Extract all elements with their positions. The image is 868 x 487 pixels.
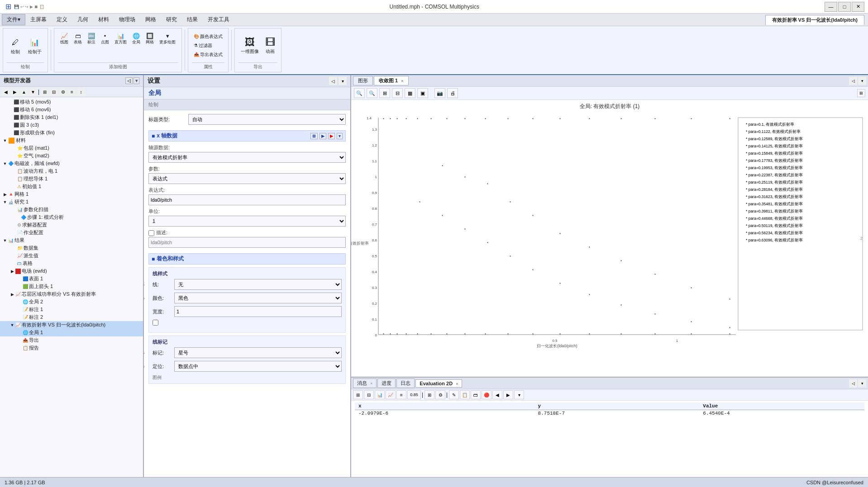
- ribbon-btn-animation[interactable]: 🎞 动画: [263, 35, 277, 56]
- tree-filter-btn[interactable]: ≡: [68, 88, 76, 96]
- console-btn3[interactable]: 📊: [375, 390, 385, 399]
- menu-devtools[interactable]: 开发工具: [203, 14, 234, 25]
- tab-figure[interactable]: 图形: [353, 76, 373, 85]
- menu-results[interactable]: 结果: [182, 14, 203, 25]
- console-collapse-btn[interactable]: ▾: [858, 379, 866, 388]
- menu-geometry[interactable]: 几何: [72, 14, 93, 25]
- ribbon-btn-histogram[interactable]: 📊 直方图: [112, 31, 129, 47]
- tree-item-efield[interactable]: ▶ 电场 (ewfd): [0, 267, 143, 275]
- x-axis-toolbar-btn2[interactable]: ▶: [320, 133, 326, 139]
- ribbon-btn-export-expr[interactable]: 📤 导出表达式: [192, 51, 224, 59]
- ribbon-btn-more-plots[interactable]: ▾ 更多绘图: [157, 31, 178, 47]
- console-btn10[interactable]: 🗃: [471, 390, 481, 399]
- tree-item-global1[interactable]: 🌐 全局 1: [0, 329, 143, 336]
- color-style-section-header[interactable]: ■ 着色和样式: [148, 253, 346, 265]
- collapse-all-btn[interactable]: ⊟: [50, 88, 58, 96]
- console-btn-085[interactable]: 0.85: [407, 390, 421, 399]
- tree-item-datasets[interactable]: 📁 数据集: [0, 244, 143, 252]
- graph-btn6[interactable]: ▣: [417, 88, 428, 98]
- ribbon-btn-filter[interactable]: ⚗ 过滤器: [192, 42, 224, 50]
- menu-study[interactable]: 研究: [161, 14, 182, 25]
- ribbon-btn-table[interactable]: 🗃 表格: [72, 31, 84, 47]
- tree-item-study1[interactable]: ▼ 🔬 研究 1: [0, 198, 143, 206]
- tree-item-global2[interactable]: 🌐 全局 2: [0, 298, 143, 306]
- menu-physics[interactable]: 物理场: [114, 14, 140, 25]
- tab-messages[interactable]: 消息 ×: [353, 378, 377, 388]
- tree-item-job-config[interactable]: 📄 作业配置: [0, 229, 143, 236]
- tree-item-mov5[interactable]: ⬛ 移动 5 (mov5): [0, 98, 143, 106]
- position-select[interactable]: 数据点中: [174, 361, 342, 372]
- nav-down-btn[interactable]: ▼: [29, 88, 37, 96]
- close-button[interactable]: ✕: [852, 2, 864, 12]
- tree-item-eri-plot[interactable]: ▼ 📈 有效折射率 VS 归一化波长(lda0/pitch): [0, 321, 143, 329]
- nav-up-btn[interactable]: ▲: [20, 88, 28, 96]
- ribbon-btn-annotation[interactable]: 🔤 标注: [85, 31, 98, 47]
- graph-panel-collapse[interactable]: ▾: [858, 77, 866, 85]
- nav-back-btn[interactable]: ◀: [2, 88, 10, 96]
- expression-input[interactable]: [148, 194, 346, 205]
- ribbon-btn-1d-image[interactable]: 🖼 一维图像: [238, 35, 261, 56]
- menu-materials[interactable]: 材料: [93, 14, 114, 25]
- desc-checkbox[interactable]: [148, 230, 154, 236]
- ribbon-btn-linegraph[interactable]: 📈 线图: [58, 31, 71, 47]
- tree-item-del1[interactable]: ⬛ 删除实体 1 (del1): [0, 113, 143, 121]
- panel-collapse-btn[interactable]: ▾: [134, 77, 139, 84]
- tree-item-c3[interactable]: ⬛ 圆 3 (c3): [0, 121, 143, 129]
- tree-item-mat2[interactable]: ⭐ 空气 (mat2): [0, 152, 143, 160]
- marker-select[interactable]: 星号: [174, 347, 342, 358]
- tree-item-annotation1[interactable]: 📝 标注 1: [0, 306, 143, 313]
- tree-item-arrow1[interactable]: 🟩 面上箭头 1: [0, 283, 143, 290]
- console-btn5[interactable]: ≡: [396, 390, 406, 399]
- tree-item-results[interactable]: ▼ 📊 结果: [0, 236, 143, 244]
- convergence-tab-close[interactable]: ×: [401, 79, 403, 83]
- tab-convergence[interactable]: 收敛图 1 ×: [374, 76, 409, 85]
- ribbon-btn-mesh[interactable]: 🔲 网格: [143, 31, 156, 47]
- x-axis-toolbar-btn4[interactable]: ▾: [337, 133, 343, 139]
- graph-panel-undock[interactable]: ◁: [849, 77, 857, 85]
- menu-mesh[interactable]: 网格: [140, 14, 161, 25]
- show-grid-btn[interactable]: ⊟: [392, 88, 403, 98]
- minimize-button[interactable]: —: [825, 2, 837, 12]
- console-btn4[interactable]: 📈: [386, 390, 396, 399]
- tree-item-ewfd[interactable]: ▼ 🔷 电磁波，频域 (ewfd): [0, 160, 143, 167]
- graph-btn5[interactable]: ▦: [405, 88, 415, 98]
- zoom-fit-btn[interactable]: 🔍: [354, 88, 365, 98]
- label-type-select[interactable]: 自动: [188, 114, 346, 125]
- extra-checkbox[interactable]: [153, 320, 158, 326]
- console-btn13[interactable]: ▶: [503, 390, 513, 399]
- tree-sort-btn[interactable]: ↕: [77, 88, 85, 96]
- nav-forward-btn[interactable]: ▶: [11, 88, 19, 96]
- console-btn2[interactable]: ⊟: [364, 390, 374, 399]
- ribbon-btn-draw[interactable]: 🖊 绘制: [7, 35, 24, 57]
- line-select[interactable]: 无: [174, 279, 342, 290]
- tab-progress[interactable]: 进度: [377, 378, 396, 388]
- tree-item-export[interactable]: 📤 导出: [0, 336, 143, 344]
- tree-item-materials[interactable]: ▼ 🟧 材料: [0, 137, 143, 144]
- tree-item-solver-config[interactable]: ⚙ 求解器配置: [0, 221, 143, 229]
- axis-source-select[interactable]: 有效模式折射率: [148, 152, 346, 163]
- tree-options-btn[interactable]: ⚙: [59, 88, 67, 96]
- settings-collapse-btn[interactable]: ▾: [339, 77, 347, 85]
- messages-close[interactable]: ×: [370, 381, 372, 386]
- console-btn7[interactable]: ⚙: [435, 390, 445, 399]
- width-input[interactable]: [174, 306, 342, 317]
- console-undock-btn[interactable]: ◁: [849, 379, 857, 388]
- console-btn12[interactable]: ◀: [492, 390, 502, 399]
- maximize-button[interactable]: □: [838, 2, 851, 12]
- tree-item-mov6[interactable]: ⬛ 移动 6 (mov6): [0, 106, 143, 113]
- zoom-region-btn[interactable]: ⊞: [379, 88, 390, 98]
- console-btn8[interactable]: ✎: [449, 390, 459, 399]
- tree-item-pec1[interactable]: 📋 理想导体 1: [0, 175, 143, 183]
- tree-item-derived[interactable]: 📈 派生值: [0, 252, 143, 260]
- console-btn14[interactable]: ▾: [514, 390, 524, 399]
- menu-file[interactable]: 文件▾: [2, 14, 25, 25]
- tree-item-power[interactable]: ▶ 📈 芯层区域功率积分 VS 有效折射率: [0, 290, 143, 298]
- expand-all-btn[interactable]: ⊞: [41, 88, 49, 96]
- camera-btn[interactable]: 📷: [434, 88, 445, 98]
- console-btn9[interactable]: 📋: [460, 390, 470, 399]
- tree-item-init1[interactable]: ⚠ 初始值 1: [0, 183, 143, 190]
- ribbon-btn-color-expr[interactable]: 🎨 颜色表达式: [192, 33, 224, 41]
- tab-log[interactable]: 日志: [396, 378, 415, 388]
- tree-item-mat1[interactable]: ⭐ 包层 (mat1): [0, 144, 143, 152]
- param-select[interactable]: 表达式: [148, 173, 346, 184]
